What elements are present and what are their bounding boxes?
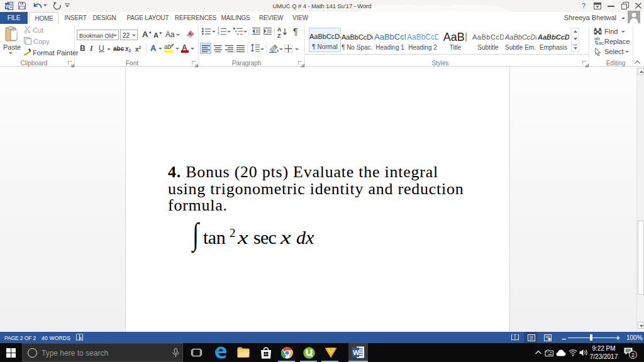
svg-text:3: 3 — [218, 33, 219, 35]
svg-text:W: W — [353, 349, 360, 356]
svg-text:A: A — [188, 31, 192, 37]
svg-text:x: x — [80, 336, 82, 340]
